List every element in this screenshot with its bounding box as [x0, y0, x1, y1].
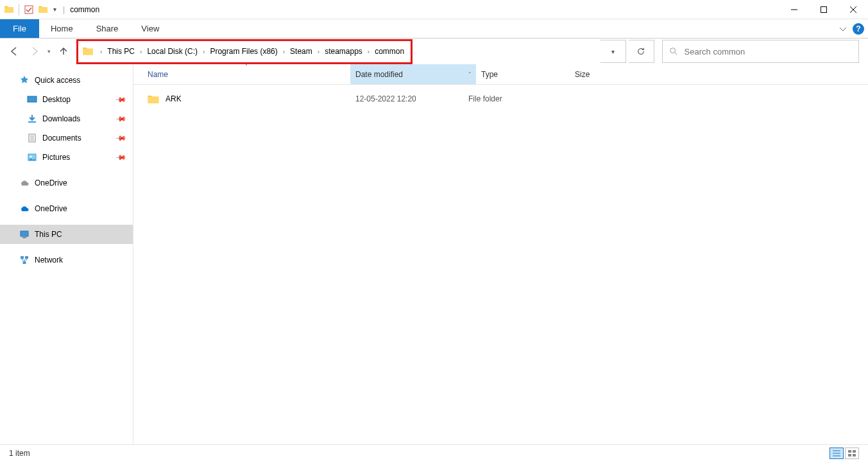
- sidebar-item-downloads[interactable]: Downloads 📌: [0, 109, 133, 128]
- chevron-right-icon[interactable]: ›: [200, 48, 207, 55]
- status-text: 1 item: [9, 449, 30, 458]
- sort-asc-icon: ˄: [245, 64, 248, 69]
- nav-row: ▾ › This PC › Local Disk (C:) › Program …: [0, 39, 868, 64]
- folder-icon: [148, 94, 159, 104]
- pictures-icon: [27, 152, 37, 162]
- sidebar-label: Downloads: [42, 114, 80, 123]
- chevron-right-icon[interactable]: ›: [315, 48, 322, 55]
- column-type[interactable]: Type: [476, 64, 570, 84]
- ribbon-expand-icon[interactable]: [837, 23, 849, 35]
- svg-rect-16: [22, 237, 26, 238]
- file-list: Name ˄ Date modified ˅ Type Size ARK 12-…: [133, 64, 868, 449]
- svg-rect-15: [21, 231, 28, 236]
- sidebar-label: OneDrive: [35, 204, 67, 213]
- svg-rect-7: [28, 96, 37, 102]
- breadcrumb-item[interactable]: Local Disk (C:): [144, 46, 200, 57]
- folder-icon: [82, 46, 98, 57]
- breadcrumb-item[interactable]: This PC: [105, 46, 137, 57]
- chevron-right-icon[interactable]: ›: [137, 48, 144, 55]
- file-tab[interactable]: File: [0, 19, 39, 38]
- details-view-button[interactable]: [830, 448, 844, 459]
- file-row[interactable]: ARK 12-05-2022 12:20 File folder: [133, 90, 868, 108]
- column-name[interactable]: Name ˄: [142, 64, 350, 84]
- desktop-icon: [27, 94, 37, 105]
- svg-rect-19: [23, 261, 26, 264]
- sidebar-quick-access[interactable]: Quick access: [0, 71, 133, 90]
- qat-dropdown-icon[interactable]: ▾: [52, 6, 58, 13]
- pin-icon: 📌: [114, 151, 126, 163]
- tab-view[interactable]: View: [130, 19, 171, 38]
- quick-access-icon: [19, 75, 30, 85]
- breadcrumb-item[interactable]: common: [372, 46, 407, 57]
- sidebar-item-pictures[interactable]: Pictures 📌: [0, 148, 133, 167]
- svg-line-6: [674, 53, 677, 55]
- breadcrumb-item[interactable]: Program Files (x86): [207, 46, 280, 57]
- sidebar-label: This PC: [35, 230, 62, 239]
- sidebar-item-desktop[interactable]: Desktop 📌: [0, 90, 133, 109]
- file-name: ARK: [166, 94, 182, 103]
- thumbnails-view-button[interactable]: [845, 448, 859, 459]
- folder-icon: [38, 4, 48, 15]
- column-size[interactable]: Size: [570, 64, 634, 84]
- svg-rect-24: [853, 450, 856, 453]
- onedrive-icon: [19, 204, 30, 214]
- sidebar-item-documents[interactable]: Documents 📌: [0, 128, 133, 148]
- svg-rect-25: [848, 454, 851, 457]
- tab-home[interactable]: Home: [39, 19, 85, 38]
- pin-icon: 📌: [114, 112, 126, 125]
- status-bar: 1 item: [0, 444, 868, 461]
- tab-share[interactable]: Share: [85, 19, 130, 38]
- sidebar-onedrive[interactable]: OneDrive: [0, 199, 133, 218]
- downloads-icon: [27, 114, 37, 124]
- svg-rect-17: [21, 256, 24, 259]
- network-icon: [19, 255, 30, 265]
- sidebar-this-pc[interactable]: This PC: [0, 225, 133, 244]
- chevron-right-icon[interactable]: ›: [98, 48, 105, 55]
- folder-icon: [4, 4, 14, 15]
- sidebar-label: Pictures: [42, 153, 70, 162]
- help-button[interactable]: ?: [853, 23, 864, 35]
- column-headers: Name ˄ Date modified ˅ Type Size: [133, 64, 868, 85]
- sidebar-network[interactable]: Network: [0, 250, 133, 270]
- window-title: common: [70, 5, 99, 14]
- sidebar: Quick access Desktop 📌 Downloads 📌 Docum…: [0, 64, 133, 449]
- sidebar-label: Documents: [42, 134, 81, 143]
- sidebar-onedrive[interactable]: OneDrive: [0, 173, 133, 193]
- svg-rect-2: [821, 6, 827, 12]
- up-button[interactable]: [55, 42, 72, 60]
- close-button[interactable]: [838, 0, 868, 19]
- svg-rect-23: [848, 450, 851, 453]
- sidebar-label: Network: [35, 256, 63, 265]
- ribbon: File Home Share View ?: [0, 19, 868, 39]
- search-box[interactable]: [662, 40, 859, 63]
- address-bar[interactable]: › This PC › Local Disk (C:) › Program Fi…: [76, 39, 413, 64]
- maximize-button[interactable]: [809, 0, 838, 19]
- pin-icon: 📌: [114, 93, 126, 105]
- title-bar: ▾ | common: [0, 0, 868, 19]
- search-input[interactable]: [685, 47, 852, 57]
- minimize-button[interactable]: [779, 0, 809, 19]
- svg-point-14: [30, 156, 32, 158]
- qat-properties-icon[interactable]: [24, 4, 34, 15]
- file-date: 12-05-2022 12:20: [350, 94, 463, 103]
- this-pc-icon: [19, 229, 30, 239]
- sidebar-label: OneDrive: [35, 178, 67, 187]
- sidebar-label: Desktop: [42, 95, 71, 104]
- column-dropdown-icon[interactable]: ˅: [463, 64, 476, 84]
- refresh-button[interactable]: [629, 40, 654, 63]
- address-dropdown-button[interactable]: ▾: [600, 40, 626, 63]
- svg-rect-26: [853, 454, 856, 457]
- chevron-right-icon[interactable]: ›: [280, 48, 287, 55]
- svg-point-5: [670, 48, 675, 53]
- breadcrumb-item[interactable]: Steam: [287, 46, 315, 57]
- breadcrumb-item[interactable]: steamapps: [322, 46, 365, 57]
- chevron-right-icon[interactable]: ›: [365, 48, 372, 55]
- documents-icon: [27, 133, 37, 143]
- back-button[interactable]: [5, 42, 23, 60]
- forward-button[interactable]: [26, 42, 44, 60]
- column-date[interactable]: Date modified: [350, 64, 463, 84]
- recent-dropdown-icon[interactable]: ▾: [46, 48, 52, 55]
- pin-icon: 📌: [114, 132, 126, 144]
- sidebar-label: Quick access: [35, 76, 80, 85]
- svg-rect-18: [25, 256, 28, 259]
